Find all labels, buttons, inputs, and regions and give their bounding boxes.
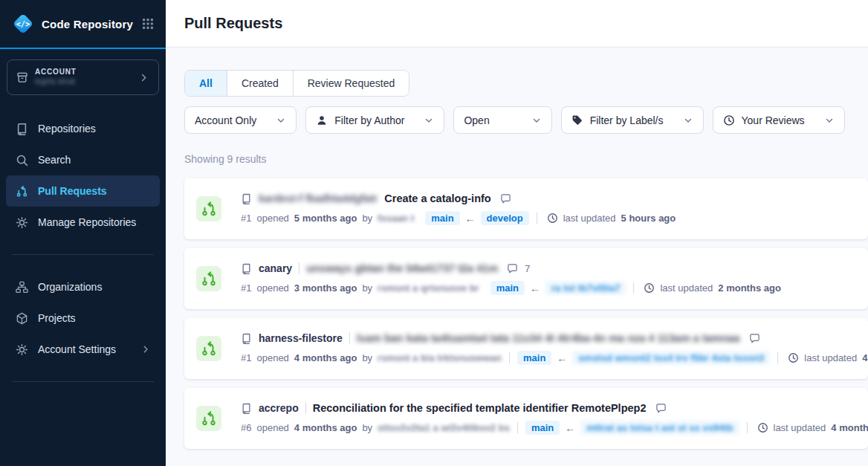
tab-review-requested[interactable]: Review Requested bbox=[294, 71, 409, 96]
target-branch-badge[interactable]: main bbox=[517, 351, 551, 365]
chevron-down-icon bbox=[276, 115, 286, 126]
pr-title: Reconciliation for the specified templat… bbox=[313, 402, 647, 414]
state-filter-dropdown[interactable]: Open bbox=[453, 106, 551, 134]
pull-request-open-icon bbox=[196, 336, 221, 361]
results-summary: Showing 9 results bbox=[184, 153, 868, 165]
filter-label: Filter by Author bbox=[334, 114, 404, 126]
pr-number: #1 bbox=[241, 352, 251, 363]
svg-text:</>: </> bbox=[16, 19, 30, 28]
updated-ago: 4 months ago bbox=[831, 422, 868, 433]
merge-arrow: ← bbox=[465, 213, 476, 224]
pull-request-open-icon bbox=[196, 196, 221, 221]
opened-ago: 4 months ago bbox=[294, 352, 357, 363]
sidebar-divider bbox=[12, 381, 154, 382]
comment-icon bbox=[507, 263, 518, 274]
author-redacted: rsmsnt a b/a trktsnuswwan bbox=[378, 352, 502, 363]
author-redacted: fxsaan t bbox=[378, 213, 414, 224]
cube-icon bbox=[15, 312, 28, 325]
sidebar-item-organizations[interactable]: Organizations bbox=[6, 271, 160, 302]
divider bbox=[299, 262, 299, 274]
source-branch-badge-redacted[interactable]: ra tst tb7vt5ta7 bbox=[545, 281, 626, 295]
sidebar-item-label: Search bbox=[38, 154, 71, 166]
divider bbox=[509, 352, 510, 363]
main-area: Pull Requests All Created Review Request… bbox=[166, 0, 868, 466]
opened-ago: 4 months ago bbox=[294, 422, 357, 433]
opened-ago: 5 months ago bbox=[294, 213, 357, 224]
settings-gear-icon bbox=[15, 343, 28, 356]
sidebar-item-label: Pull Requests bbox=[38, 185, 107, 197]
comment-icon bbox=[500, 193, 511, 204]
divider bbox=[747, 422, 748, 433]
sidebar-item-label: Projects bbox=[38, 312, 76, 324]
pr-row[interactable]: harness-filestore lsam ban kata ta4tsamt… bbox=[184, 318, 868, 379]
label-filter-dropdown[interactable]: Filter by Label/s bbox=[561, 106, 704, 134]
target-branch-badge[interactable]: main bbox=[425, 211, 459, 225]
search-icon bbox=[15, 154, 28, 166]
pr-title-redacted: unsways gbtan the b9a41737 t2a 41m bbox=[306, 262, 498, 274]
updated-ago: 2 months ago bbox=[718, 282, 781, 294]
chevron-down-icon bbox=[683, 115, 693, 126]
gear-icon bbox=[15, 216, 28, 229]
tag-icon bbox=[571, 114, 583, 126]
repo-name: accrepo bbox=[259, 402, 299, 414]
clock-icon bbox=[723, 114, 735, 126]
sidebar-item-account-settings[interactable]: Account Settings bbox=[6, 334, 160, 365]
filter-label: Account Only bbox=[195, 114, 256, 126]
opened-ago: 3 months ago bbox=[294, 282, 357, 294]
filter-label: Open bbox=[464, 114, 489, 126]
sidebar-item-projects[interactable]: Projects bbox=[6, 302, 160, 334]
merge-arrow: ← bbox=[565, 422, 575, 434]
sidebar-item-label: Account Settings bbox=[38, 343, 116, 355]
page-title: Pull Requests bbox=[184, 15, 282, 32]
sidebar-item-search[interactable]: Search bbox=[6, 144, 160, 175]
source-branch-badge-redacted[interactable]: smstsd wmsnt2 tss4 trv f5br 4sta tsssn3 bbox=[572, 351, 770, 365]
reviews-filter-dropdown[interactable]: Your Reviews bbox=[713, 106, 845, 134]
divider bbox=[517, 422, 518, 433]
pr-row[interactable]: canary unsways gbtan the b9a41737 t2a 41… bbox=[184, 248, 868, 309]
sidebar-item-label: Manage Repositories bbox=[38, 216, 136, 228]
merge-arrow: ← bbox=[557, 352, 567, 364]
sidebar-item-repositories[interactable]: Repositories bbox=[6, 113, 160, 144]
comment-icon bbox=[749, 333, 760, 344]
divider bbox=[537, 213, 537, 224]
author-redacted: rsmsnt a qrtsnusve br bbox=[378, 282, 479, 294]
scope-filter-dropdown[interactable]: Account Only bbox=[184, 106, 297, 134]
apps-grid-icon[interactable] bbox=[142, 18, 154, 30]
chevron-down-icon bbox=[531, 115, 542, 126]
chevron-right-icon bbox=[138, 72, 149, 83]
account-selector[interactable]: ACCOUNT tsgrta slnat bbox=[7, 59, 159, 95]
sidebar-item-manage-repositories[interactable]: Manage Repositories bbox=[6, 207, 160, 238]
pull-request-open-icon bbox=[196, 266, 221, 291]
target-branch-badge[interactable]: main bbox=[490, 281, 525, 295]
repository-icon bbox=[241, 193, 252, 204]
divider bbox=[349, 332, 350, 344]
brand-title: Code Repository bbox=[42, 18, 142, 30]
pr-row[interactable]: kardest-f fkadhta4dgfatr Create a catalo… bbox=[184, 178, 868, 239]
pr-number: #1 bbox=[241, 282, 251, 294]
updated-ago: 5 hours ago bbox=[621, 213, 676, 224]
chevron-right-icon bbox=[140, 344, 151, 355]
pull-request-open-icon bbox=[196, 406, 221, 431]
pull-request-icon bbox=[15, 185, 28, 198]
clock-icon bbox=[547, 213, 558, 224]
merge-arrow: ← bbox=[530, 282, 540, 294]
repo-name: canary bbox=[259, 262, 292, 274]
source-branch-badge-redacted[interactable]: mttrat as tstsa t ast st ss vs94tb bbox=[580, 421, 739, 435]
account-scope-icon bbox=[16, 71, 28, 83]
sidebar: </> Code Repository ACCOUNT tsgrta slnat… bbox=[0, 0, 166, 466]
source-branch-badge[interactable]: develop bbox=[481, 211, 529, 225]
comment-icon bbox=[655, 403, 667, 414]
page-header: Pull Requests bbox=[166, 0, 868, 48]
sidebar-item-pull-requests[interactable]: Pull Requests bbox=[6, 175, 160, 207]
account-name-redacted: tsgrta slnat bbox=[35, 77, 138, 87]
pr-number: #1 bbox=[241, 213, 251, 224]
tab-all[interactable]: All bbox=[185, 71, 227, 96]
organizations-icon bbox=[15, 281, 28, 294]
pr-row[interactable]: accrepo Reconciliation for the specified… bbox=[184, 388, 868, 449]
pr-title: Create a catalog-info bbox=[384, 192, 490, 204]
tab-created[interactable]: Created bbox=[227, 71, 294, 96]
divider bbox=[305, 402, 306, 414]
clock-icon bbox=[644, 282, 655, 294]
target-branch-badge[interactable]: main bbox=[525, 421, 560, 435]
author-filter-dropdown[interactable]: Filter by Author bbox=[305, 106, 444, 134]
